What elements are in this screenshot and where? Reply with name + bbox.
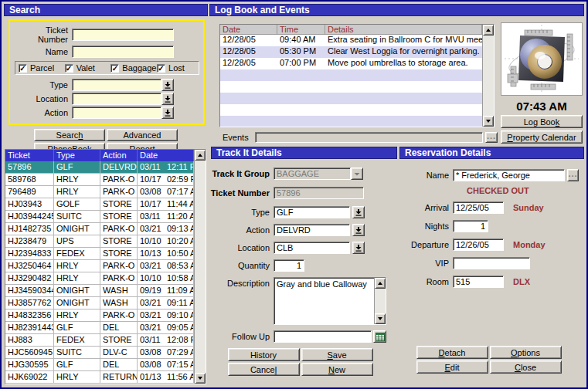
tickets-col-date: Date [138, 150, 194, 161]
room-field[interactable] [453, 276, 504, 288]
close-button[interactable]: Close [490, 360, 562, 374]
scroll-down-button[interactable] [195, 373, 206, 384]
description-scrollbar[interactable] [374, 278, 386, 324]
table-row[interactable]: HJ34590344ONIGHTWASH09/1911:09 AM [5, 285, 194, 297]
ticket-number-input[interactable] [72, 29, 174, 41]
new-button[interactable]: New [301, 363, 373, 376]
logbook-row[interactable]: 12/28/0507:00 PMMove pool umbrellas to s… [220, 58, 482, 69]
dropdown-arrow-icon [355, 245, 362, 252]
log-book-button[interactable]: Log Book [501, 115, 583, 128]
vip-field[interactable] [453, 257, 530, 269]
trackit-ticket-label: Ticket Number [210, 188, 274, 198]
lost-checkbox[interactable]: ✓ Lost [157, 63, 195, 73]
name-input[interactable] [72, 46, 174, 58]
trackit-quantity-field[interactable] [274, 259, 304, 272]
dropdown-arrow-icon [354, 171, 360, 178]
reservation-panel: Reservation Details Name ... CHECKED OUT… [399, 146, 585, 387]
scroll-down-button[interactable] [375, 313, 386, 324]
scroll-up-button[interactable] [483, 25, 494, 36]
trackit-panel-title: Track It Details [211, 147, 397, 159]
up-arrow-icon [378, 282, 382, 285]
valet-checkbox[interactable]: ✓ Valet [65, 63, 111, 73]
logbook-empty-row [220, 69, 482, 81]
table-row[interactable]: HJ2394833FEDEXSTORE10/1310:50 AM [5, 248, 194, 260]
table-row[interactable]: HJK69022HRLYRETURNED01/1311:56 AM [5, 371, 194, 384]
arrival-date-field[interactable] [453, 201, 504, 214]
trackit-type-dropdown-button[interactable] [352, 206, 365, 218]
logbook-table-header: Date Time Details [220, 25, 482, 35]
tickets-col-action: Action [100, 150, 138, 161]
trackit-location-combo[interactable] [274, 242, 350, 254]
table-row[interactable]: HJ4832356HRLYPARK-O03/2109:10 AM [5, 310, 194, 322]
property-calendar-button[interactable]: Property Calendar [501, 130, 583, 144]
trackit-type-combo[interactable] [274, 206, 350, 218]
search-title-text: Search [9, 5, 40, 15]
table-row[interactable]: HJ3290482HRLYPARK-O10/1010:58 AM [5, 272, 194, 285]
type-dropdown-button[interactable] [161, 79, 174, 91]
departure-date-field[interactable] [453, 238, 504, 251]
followup-calendar-button[interactable] [373, 330, 386, 343]
events-field[interactable] [255, 132, 483, 143]
logbook-col-date: Date [220, 25, 277, 34]
trackit-description-field[interactable]: Gray and blue Calloway [274, 277, 386, 325]
table-row[interactable]: HJ3857762ONIGHTWASH03/2109:11 AM [5, 297, 194, 310]
type-combo-input[interactable] [72, 79, 161, 91]
scroll-down-button[interactable] [483, 116, 494, 127]
table-row[interactable]: 796489HRLYPARK-O03/0807:17 AM [5, 186, 194, 198]
room-label: Room [399, 277, 453, 286]
table-row[interactable]: HJ238479UPSSTORE10/1010:20 AM [5, 235, 194, 248]
reservation-name-field[interactable] [453, 169, 565, 181]
detach-button[interactable]: Detach [416, 346, 488, 359]
dropdown-arrow-icon [165, 82, 171, 89]
history-button[interactable]: History [228, 348, 300, 361]
dropdown-arrow-icon [165, 96, 171, 103]
table-row[interactable]: HJ1482735ONIGHTPARK-O03/2109:13 AM [5, 223, 194, 235]
logbook-row[interactable]: 12/28/0505:30 PMClear West Loggia for ov… [220, 46, 482, 58]
table-row[interactable]: HJ03943GOLFSTORE10/1711:44 AM [5, 198, 194, 211]
location-dropdown-button[interactable] [161, 93, 174, 105]
logbook-panel-title: Log Book and Events [209, 4, 584, 16]
up-arrow-icon [198, 154, 202, 157]
dropdown-arrow-icon [165, 110, 171, 117]
table-row[interactable]: 57896GLFDELVRD03/1112:11 PM [5, 161, 194, 174]
edit-button[interactable]: Edit [416, 360, 488, 374]
action-dropdown-button[interactable] [161, 107, 174, 119]
table-row[interactable]: HJ82391443GLFDEL03/2109:05 AM [5, 322, 194, 334]
table-row[interactable]: HJ3250464HRLYPARK-O03/2108:53 AM [5, 260, 194, 272]
name-lookup-button[interactable]: ... [567, 169, 579, 181]
trackit-location-dropdown-button[interactable] [352, 242, 365, 254]
logbook-row[interactable]: 12/28/0509:40 AMExtra seating in Ballroo… [220, 35, 482, 46]
trackit-group-combo[interactable] [274, 167, 351, 180]
table-row[interactable]: HJC560945SUITCDLV-C03/0807:29 AM [5, 347, 194, 359]
scrollbar-track[interactable] [483, 36, 494, 116]
logbook-empty-row [220, 116, 482, 127]
search-button[interactable]: Search [34, 129, 105, 141]
advanced-button[interactable]: Advanced [107, 129, 178, 141]
baggage-checkbox[interactable]: ✓ Baggage [110, 63, 157, 73]
table-row[interactable]: HJ883FEDEXSTORE03/1112:08 PM [5, 334, 194, 347]
table-row[interactable]: HJG30595GLFDEL03/0807:15 AM [5, 359, 194, 371]
save-button[interactable]: Save [301, 348, 373, 361]
tickets-scrollbar[interactable] [194, 150, 206, 384]
action-combo-input[interactable] [72, 107, 161, 119]
table-row[interactable]: 589768HRLYPARK-O10/1702:59 PM [5, 174, 194, 186]
trackit-group-dropdown-button[interactable] [351, 167, 363, 180]
trackit-action-dropdown-button[interactable] [352, 224, 365, 236]
trackit-quantity-label: Quantity [210, 261, 274, 270]
table-row[interactable]: HJ039442456SUITCSTORE03/1111:20 AM [5, 211, 194, 223]
cancel-button[interactable]: Cancel [228, 363, 300, 376]
logbook-scrollbar[interactable] [482, 25, 494, 127]
events-more-button[interactable]: ... [485, 132, 498, 143]
scrollbar-track[interactable] [195, 161, 206, 373]
logbook-table-body: 12/28/0509:40 AMExtra seating in Ballroo… [220, 35, 482, 127]
trackit-ticket-field[interactable] [274, 187, 364, 199]
nights-field[interactable] [453, 220, 488, 232]
scroll-up-button[interactable] [195, 150, 206, 161]
trackit-action-combo[interactable] [274, 224, 350, 236]
location-combo-input[interactable] [72, 93, 161, 105]
parcel-checkbox[interactable]: ✓ Parcel [19, 63, 65, 73]
scroll-up-button[interactable] [375, 278, 386, 289]
trackit-followup-field[interactable] [274, 330, 372, 343]
scrollbar-track[interactable] [375, 289, 386, 313]
options-button[interactable]: Options [490, 346, 562, 359]
